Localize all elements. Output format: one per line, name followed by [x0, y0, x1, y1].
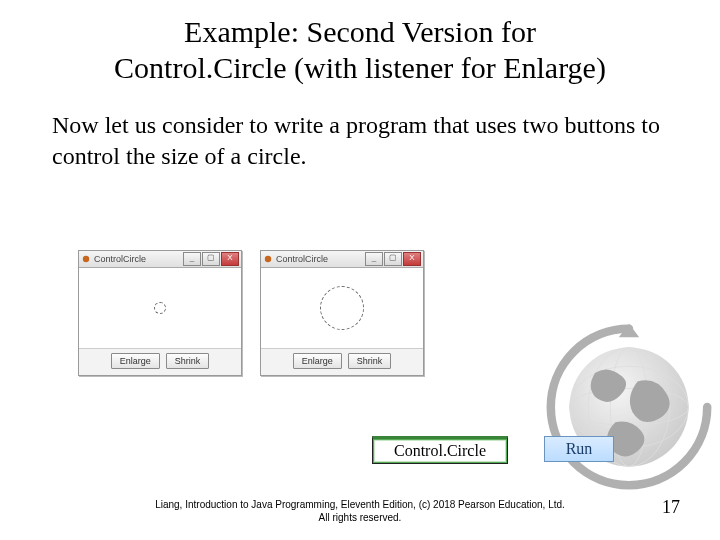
shrink-button[interactable]: Shrink — [166, 353, 210, 369]
controlcircle-link-label: Control.Circle — [394, 442, 486, 460]
slide: Example: Second Version for Control.Circ… — [0, 0, 720, 540]
titlebar: ControlCircle _ ▢ X — [261, 251, 423, 268]
footer-line-2: All rights reserved. — [319, 512, 402, 523]
svg-point-0 — [83, 256, 89, 262]
window-large-circle: ControlCircle _ ▢ X Enlarge Shrink — [260, 250, 424, 376]
title-line-1: Example: Second Version for — [184, 15, 536, 48]
globe-decoration — [544, 322, 714, 492]
svg-point-6 — [610, 348, 647, 467]
button-row: Enlarge Shrink — [79, 348, 241, 375]
minimize-button[interactable]: _ — [183, 252, 201, 266]
footer: Liang, Introduction to Java Programming,… — [0, 499, 720, 524]
minimize-button[interactable]: _ — [365, 252, 383, 266]
svg-point-4 — [570, 388, 689, 425]
svg-marker-2 — [619, 324, 639, 338]
titlebar: ControlCircle _ ▢ X — [79, 251, 241, 268]
run-link[interactable]: Run — [544, 436, 614, 462]
slide-title: Example: Second Version for Control.Circ… — [0, 0, 720, 86]
maximize-button[interactable]: ▢ — [384, 252, 402, 266]
circle-shape-small — [154, 302, 166, 314]
circle-canvas — [79, 268, 241, 348]
enlarge-button[interactable]: Enlarge — [111, 353, 160, 369]
body-text: Now let us consider to write a program t… — [0, 86, 720, 172]
button-row: Enlarge Shrink — [261, 348, 423, 375]
java-icon — [81, 254, 91, 264]
enlarge-button[interactable]: Enlarge — [293, 353, 342, 369]
svg-point-1 — [265, 256, 271, 262]
java-icon — [263, 254, 273, 264]
footer-line-1: Liang, Introduction to Java Programming,… — [155, 499, 565, 510]
close-button[interactable]: X — [403, 252, 421, 266]
window-title: ControlCircle — [94, 254, 146, 264]
close-button[interactable]: X — [221, 252, 239, 266]
window-title: ControlCircle — [276, 254, 328, 264]
title-line-2: Control.Circle (with listener for Enlarg… — [114, 51, 606, 84]
circle-shape-large — [320, 286, 364, 330]
run-link-label: Run — [566, 440, 593, 458]
shrink-button[interactable]: Shrink — [348, 353, 392, 369]
maximize-button[interactable]: ▢ — [202, 252, 220, 266]
controlcircle-link[interactable]: Control.Circle — [372, 436, 508, 464]
screenshot-row: ControlCircle _ ▢ X Enlarge Shrink Contr… — [78, 250, 424, 376]
window-small-circle: ControlCircle _ ▢ X Enlarge Shrink — [78, 250, 242, 376]
circle-canvas — [261, 268, 423, 348]
page-number: 17 — [662, 497, 680, 518]
